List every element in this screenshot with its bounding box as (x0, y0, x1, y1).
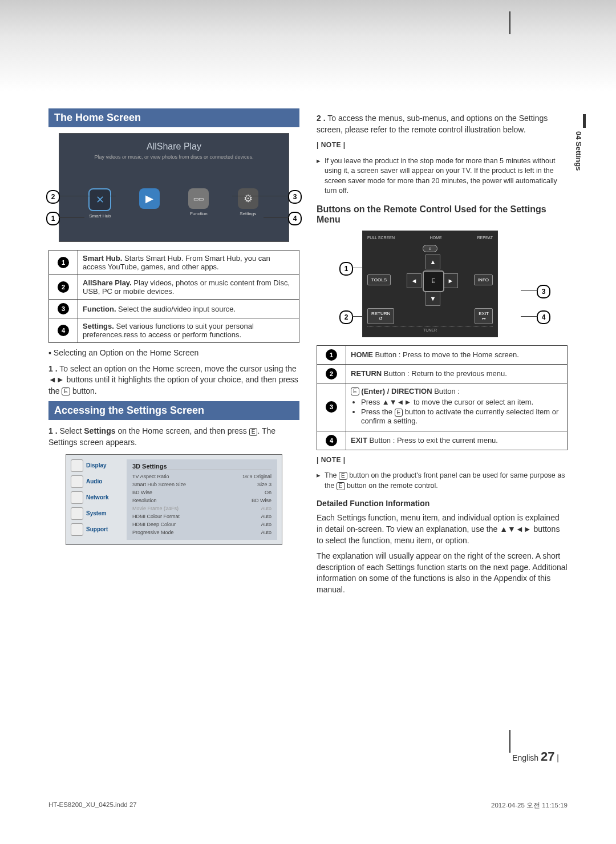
table-row: 4 Settings. Set various functions to sui… (49, 318, 299, 343)
system-icon (71, 507, 83, 520)
right-step-2: 2 . To access the menus, sub-menus, and … (317, 113, 568, 135)
info-button: INFO (474, 274, 493, 285)
home-button-icon: ⌂ (423, 245, 438, 252)
enter-icon: E (351, 387, 359, 395)
callout-4: 4 (288, 212, 302, 225)
table-row: 1 Smart Hub. Starts Smart Hub. From Smar… (49, 251, 299, 275)
doc-meta: HT-ES8200_XU_0425.indd 27 2012-04-25 오전 … (48, 801, 568, 810)
num-4: 4 (58, 325, 69, 336)
remote-illustration: FULL SCREEN HOME REPEAT ⌂ TOOLS ▲ ▼ ◄ ► … (362, 231, 498, 337)
settings-label: Settings (224, 211, 273, 216)
remote-desc-table: 1 HOME Button : Press to move to the Hom… (317, 345, 568, 450)
callout-2: 2 (46, 190, 60, 204)
side-tab: 04 Settings (574, 131, 583, 171)
home-desc-table: 1 Smart Hub. Starts Smart Hub. From Smar… (48, 250, 299, 343)
sidebar-item-system: System (71, 507, 122, 520)
dpad-down-icon: ▼ (425, 291, 440, 306)
sidebar-item-network: Network (71, 491, 122, 504)
play-icon: ▶ (139, 188, 160, 209)
tools-button: TOOLS (367, 274, 391, 285)
page-footer: English 27 | (512, 749, 559, 764)
table-row: 2 RETURN Button : Return to the previous… (317, 364, 568, 383)
settings-row: TV Aspect Ratio16:9 Original (132, 473, 271, 480)
settings-step-1: 1 . Select Settings on the Home screen, … (48, 426, 299, 448)
remote-callout-4: 4 (537, 310, 550, 324)
detailed-func-p1: Each Settings function, menu item, and i… (317, 512, 568, 546)
table-row: 2 AllShare Play. Play videos, photos or … (49, 275, 299, 300)
settings-row: HDMI Deep ColourAuto (132, 520, 271, 528)
network-icon (71, 491, 83, 504)
enter-icon: E (249, 428, 258, 436)
detailed-func-p2: The explanation will usually appear on t… (317, 551, 568, 595)
support-icon (71, 523, 83, 536)
tuner-label: TUNER (367, 326, 493, 332)
section-home-screen: The Home Screen (48, 108, 299, 127)
function-icon: ▭▭ (188, 188, 209, 209)
settings-row: Movie Frame (24Fs)Auto (132, 504, 271, 512)
settings-row: HDMI Colour FormatAuto (132, 512, 271, 520)
num-3: 3 (58, 303, 69, 314)
table-row: 3 Function. Select the audio/video input… (49, 300, 299, 318)
note-label: | NOTE | (317, 456, 568, 464)
dpad-left-icon: ◄ (407, 273, 422, 288)
detailed-func-heading: Detailed Function Information (317, 499, 568, 508)
settings-row: Smart Hub Screen SizeSize 3 (132, 480, 271, 488)
num-1: 1 (58, 257, 69, 268)
table-row: 1 HOME Button : Press to move to the Hom… (317, 345, 568, 364)
remote-callout-2: 2 (339, 310, 353, 324)
note-text-2: The E button on the product's front pane… (317, 471, 568, 491)
note-text-1: If you leave the product in the stop mod… (317, 156, 568, 196)
function-label: Function (174, 211, 224, 216)
allshare-panel: AllShare Play Play videos or music, or v… (59, 133, 289, 242)
section-accessing-settings: Accessing the Settings Screen (48, 401, 299, 420)
table-row: 4 EXIT Button : Press to exit the curren… (317, 431, 568, 450)
settings-row: BD WiseOn (132, 488, 271, 496)
enter-icon: E (62, 387, 70, 395)
callout-3: 3 (288, 190, 302, 204)
dpad-right-icon: ► (443, 273, 458, 288)
exit-button: EXIT↦ (475, 308, 493, 324)
remote-callout-3: 3 (537, 285, 550, 298)
settings-row: Progressive ModeAuto (132, 528, 271, 536)
allshare-sub: Play videos or music, or view photos fro… (64, 154, 284, 160)
enter-icon: E (337, 482, 345, 490)
dpad-up-icon: ▲ (425, 255, 440, 269)
sidebar-item-audio: Audio (71, 475, 122, 488)
num-2: 2 (58, 281, 69, 293)
settings-screen-mock: Display Audio Network System Support 3D … (66, 454, 282, 545)
enter-icon: E (395, 409, 403, 417)
callout-1: 1 (46, 212, 60, 225)
home-step-1: 1 . To select an option on the Home scre… (48, 364, 299, 397)
display-icon (71, 459, 83, 472)
enter-button-icon: E (423, 270, 444, 292)
return-button: RETURN↺ (367, 308, 394, 324)
note-label: | NOTE | (317, 141, 568, 149)
sidebar-item-support: Support (71, 523, 122, 536)
allshare-title: AllShare Play (64, 142, 284, 152)
settings-panel-title: 3D Settings (132, 463, 271, 470)
remote-subheading: Buttons on the Remote Control Used for t… (317, 204, 568, 225)
sidebar-item-display: Display (71, 459, 122, 472)
remote-callout-1: 1 (339, 262, 353, 276)
sub-bullet: Selecting an Option on the Home Screen (48, 348, 299, 359)
enter-icon: E (339, 472, 347, 480)
settings-gear-icon: ⚙ (238, 188, 258, 209)
table-row: 3 E (Enter) / DIRECTION Button : Press ▲… (317, 383, 568, 431)
settings-row: ResolutionBD Wise (132, 496, 271, 504)
smarthub-icon: ✕ (88, 188, 111, 211)
audio-icon (71, 475, 83, 488)
